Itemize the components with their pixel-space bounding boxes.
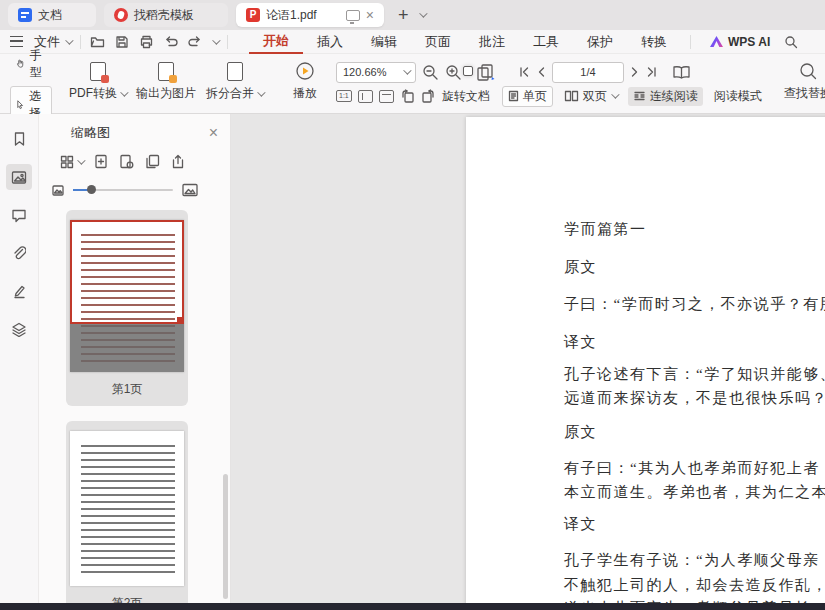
wps-pdf-window: 文档 找稻壳模板 论语1.pdf × + 文件 [0, 0, 825, 610]
continuous-read-label: 连续阅读 [650, 88, 698, 105]
pdf-file-icon [246, 8, 260, 22]
continuous-read-icon [633, 90, 646, 102]
book-icon[interactable] [672, 65, 691, 80]
thumbnail-page-1-preview[interactable] [70, 220, 184, 372]
split-merge-button[interactable]: 拆分合并 [203, 57, 266, 111]
slider-track[interactable] [73, 189, 173, 191]
view-box-handle[interactable] [177, 317, 184, 324]
rotate-doc-label[interactable]: 旋转文档 [442, 88, 490, 105]
double-page-icon [564, 90, 579, 102]
find-replace-label: 查找替换 [784, 85, 825, 102]
pdf-convert-label: PDF转换 [69, 85, 117, 102]
rotate-right-icon[interactable] [421, 89, 436, 103]
pdf-convert-icon [90, 62, 106, 81]
replace-page-icon[interactable] [119, 154, 134, 169]
tab-home[interactable]: 文档 [8, 3, 96, 27]
doc-line: 远道而来探访友，不是也很快乐吗？别人不赏识自 [564, 389, 825, 408]
new-tab-button[interactable]: + [398, 5, 409, 26]
wps-ai-label: WPS AI [728, 35, 770, 49]
ribbon-tab-convert[interactable]: 转换 [627, 30, 681, 53]
thumbnail-page-1[interactable]: 第1页 [66, 210, 188, 406]
ribbon-tab-protect[interactable]: 保护 [573, 30, 627, 53]
extract-page-icon[interactable] [171, 154, 185, 169]
last-page-icon[interactable] [646, 66, 658, 78]
open-folder-icon[interactable] [90, 35, 105, 49]
tool-group-convert: PDF转换 输出为图片 拆分合并 [66, 57, 266, 111]
annotations-tool[interactable] [6, 278, 32, 304]
thumbnail-page-1-label: 第1页 [112, 372, 143, 406]
continuous-read-button[interactable]: 连续阅读 [628, 87, 703, 106]
first-page-icon[interactable] [518, 66, 530, 78]
ribbon-tab-comment[interactable]: 批注 [465, 30, 519, 53]
doc-line: 不触犯上司的人，却会去造反作乱，这是从来没有 [564, 576, 825, 595]
split-merge-label: 拆分合并 [206, 85, 254, 102]
rotate-left-icon[interactable] [400, 89, 415, 103]
tab-docer-templates[interactable]: 找稻壳模板 [104, 3, 228, 27]
panel-close-icon[interactable]: × [209, 126, 218, 140]
thumbnail-panel: 缩略图 × [39, 114, 231, 610]
search-icon[interactable] [784, 35, 798, 49]
redo-icon[interactable] [188, 35, 202, 48]
next-page-icon[interactable] [630, 66, 640, 78]
tab-document-active[interactable]: 论语1.pdf × [236, 3, 384, 27]
fit-page-icon[interactable] [358, 90, 373, 103]
page-indicator-input[interactable]: 1/4 [552, 62, 624, 83]
split-merge-icon [227, 62, 243, 81]
find-replace-button[interactable]: 查找替换 [781, 57, 825, 102]
document-canvas[interactable]: 学而篇第一 原文 子曰：“学而时习之，不亦说乎？有朋自远方来，不 译文 孔子论述… [231, 114, 825, 610]
doc-line: 孔子学生有子说：“为人孝顺父母亲，并能尊重其兄 [564, 551, 825, 570]
ribbon-tab-insert[interactable]: 插入 [303, 30, 357, 53]
current-view-box[interactable] [70, 220, 184, 324]
prev-page-icon[interactable] [536, 66, 546, 78]
tab-list-chevron-icon[interactable] [419, 9, 427, 17]
doc-line: 译文 [564, 333, 597, 352]
fit-width-icon[interactable] [379, 90, 394, 103]
ribbon-tab-home[interactable]: 开始 [249, 29, 303, 54]
pdf-convert-button[interactable]: PDF转换 [66, 57, 129, 111]
read-mode-button[interactable]: 阅读模式 [709, 87, 767, 106]
slider-knob[interactable] [87, 185, 96, 194]
bookmarks-tool[interactable] [6, 126, 32, 152]
thumbnail-page-2-preview[interactable] [70, 431, 184, 586]
small-thumbnail-icon [52, 185, 64, 196]
doc-line: 本立而道生。孝弟也者，其为仁之本与？” [564, 483, 825, 502]
grid-view-icon [60, 155, 74, 169]
insert-page-icon[interactable] [94, 154, 108, 169]
ribbon-tab-edit[interactable]: 编辑 [357, 30, 411, 53]
ribbon-tab-page[interactable]: 页面 [411, 30, 465, 53]
hand-icon [16, 57, 25, 70]
zoom-select[interactable]: 120.66% [336, 62, 416, 83]
zoom-in-icon[interactable] [445, 64, 462, 80]
thumbnails-tool[interactable] [6, 164, 32, 190]
double-page-chevron-icon [611, 90, 619, 98]
large-thumbnail-icon [182, 183, 198, 197]
play-label: 播放 [293, 85, 317, 102]
ribbon-tab-tools[interactable]: 工具 [519, 30, 573, 53]
double-page-button[interactable]: 双页 [559, 87, 622, 106]
tool-group-view: 播放 120.66% 1/4 [280, 57, 767, 111]
comments-tool[interactable] [6, 202, 32, 228]
tab-monitor-icon[interactable] [346, 10, 360, 21]
thumbnail-page-2[interactable]: 第2页 [66, 421, 188, 610]
layers-tool[interactable] [6, 316, 32, 342]
play-button[interactable]: 播放 [280, 57, 330, 111]
undo-icon[interactable] [164, 35, 178, 48]
rotate-pages-icon[interactable] [476, 64, 496, 81]
zoom-out-icon[interactable] [422, 64, 439, 80]
actual-size-icon[interactable]: 1:1 [336, 90, 352, 102]
copy-page-icon[interactable] [145, 154, 160, 169]
hand-tool-button[interactable]: 手型 [10, 45, 52, 83]
thumbnails-icon [11, 170, 27, 185]
panel-toolbar [39, 142, 230, 169]
pdf-convert-chevron-icon [120, 88, 128, 96]
print-icon[interactable] [139, 35, 154, 49]
panel-scrollbar[interactable] [223, 474, 228, 599]
wps-ai-button[interactable]: WPS AI [710, 35, 770, 49]
save-icon[interactable] [115, 35, 129, 49]
view-mode-button[interactable] [60, 155, 83, 169]
tab-close-icon[interactable]: × [366, 8, 374, 22]
export-image-button[interactable]: 输出为图片 [133, 57, 199, 111]
quick-access-chevron-icon[interactable] [212, 36, 220, 44]
single-page-button[interactable]: 单页 [502, 86, 553, 107]
attachments-tool[interactable] [6, 240, 32, 266]
